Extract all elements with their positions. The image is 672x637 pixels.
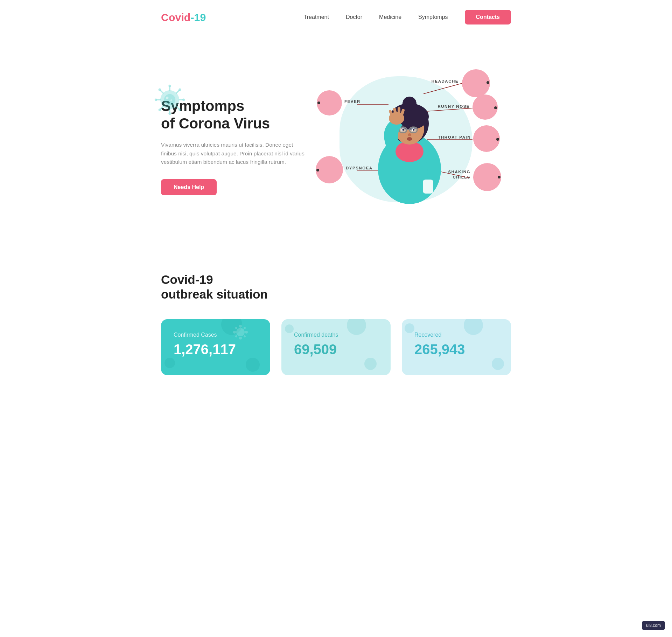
nav-treatment[interactable]: Treatment [304,14,329,20]
recovered-number: 265,943 [414,342,500,357]
svg-point-56 [244,335,246,337]
hero-right: HEADACHE RUNNY NOSE THROAT PAIN SHAKINGC… [308,55,511,230]
svg-point-42 [408,133,411,136]
stats-section: Covid-19 outbreak situation Confirmed Ca… [140,244,532,396]
svg-point-11 [159,88,161,91]
stats-title: Covid-19 outbreak situation [161,272,511,302]
svg-point-32 [402,97,416,111]
svg-point-7 [155,98,157,101]
hero-left: Symptomps of Corona Virus Vivamus viverr… [161,90,308,195]
svg-point-57 [244,327,246,329]
symptom-headache-bubble [462,69,490,97]
navbar: Covid-19 Treatment Doctor Medicine Sympt… [140,0,532,34]
virus-decoration-icon [154,84,186,115]
svg-line-46 [390,111,392,115]
svg-point-53 [233,331,236,334]
confirmed-deaths-label: Confirmed deaths [294,332,379,338]
svg-point-17 [159,108,161,111]
fever-dot [317,102,320,104]
svg-point-15 [178,88,181,91]
svg-point-55 [235,327,237,329]
svg-rect-44 [423,180,433,194]
svg-point-41 [413,129,415,131]
symptom-headache-label: HEADACHE [432,79,458,83]
svg-point-54 [245,331,248,334]
svg-line-16 [160,106,163,109]
needs-help-button[interactable]: Needs Help [161,179,217,195]
symptom-fever-label: FEVER [344,99,360,104]
recovered-card: Recovered 265,943 [402,319,511,375]
symptom-throat-label: THROAT PAIN [438,135,471,139]
svg-point-9 [182,98,185,101]
symptom-dypsnoea-bubble [316,156,343,183]
svg-line-10 [160,90,163,93]
svg-point-19 [170,99,172,101]
svg-point-13 [178,108,181,111]
symptom-chills-bubble [473,163,501,191]
card-decoration [364,358,377,370]
symptom-runny-nose-label: RUNNY NOSE [438,104,470,108]
symptom-fever-bubble [317,90,342,115]
stats-cards: Confirmed Cases 1,276,117 Confirmed deat… [161,319,511,375]
virus-icon-card [232,323,249,341]
symptom-chills-label: SHAKINGCHILLS [448,169,470,180]
person-illustration [371,75,448,211]
dypsnoea-dot [316,169,319,172]
symptom-dypsnoea-label: DYPSNOEA [346,166,373,170]
runny-nose-dot [494,106,497,109]
card-decoration [246,358,260,372]
card-decoration [492,358,504,370]
confirmed-cases-number: 1,276,117 [174,342,259,357]
throat-dot [496,138,499,141]
svg-line-14 [176,90,179,93]
symptom-throat-bubble [473,125,500,152]
headache-dot [486,81,489,84]
svg-line-12 [176,106,179,109]
svg-point-40 [402,129,404,131]
svg-line-47 [394,109,396,113]
hero-section: Symptomps of Corona Virus Vivamus viverr… [140,34,532,244]
confirmed-deaths-card: Confirmed deaths 69,509 [281,319,391,375]
nav-medicine[interactable]: Medicine [379,14,401,20]
confirmed-deaths-number: 69,509 [294,342,379,357]
svg-point-50 [236,328,245,336]
svg-point-3 [168,85,171,87]
svg-point-43 [407,137,412,141]
nav-symptomps[interactable]: Symptomps [418,14,448,20]
card-decoration [164,358,175,368]
nav-doctor[interactable]: Doctor [346,14,362,20]
svg-line-49 [402,110,403,114]
card-decoration [405,323,414,333]
recovered-label: Recovered [414,332,500,338]
logo: Covid-19 [161,11,206,23]
svg-point-51 [239,325,242,328]
svg-point-58 [235,335,237,337]
chills-dot [498,176,500,178]
nav-links: Treatment Doctor Medicine Symptomps Cont… [304,10,511,24]
hero-description: Vivamus viverra ultricies mauris ut faci… [161,141,308,167]
contacts-button[interactable]: Contacts [465,10,511,24]
svg-point-18 [166,97,168,99]
card-decoration [285,324,294,333]
svg-point-5 [168,112,171,115]
confirmed-cases-card: Confirmed Cases 1,276,117 [161,319,270,375]
svg-point-1 [164,94,175,105]
svg-point-52 [239,337,242,340]
illustration: HEADACHE RUNNY NOSE THROAT PAIN SHAKINGC… [312,55,507,230]
